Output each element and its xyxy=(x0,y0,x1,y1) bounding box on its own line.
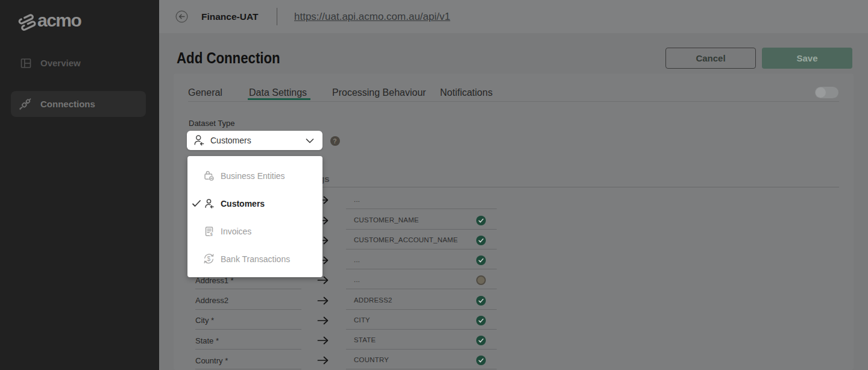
svg-text:$: $ xyxy=(207,256,210,262)
svg-text:$: $ xyxy=(210,232,213,237)
